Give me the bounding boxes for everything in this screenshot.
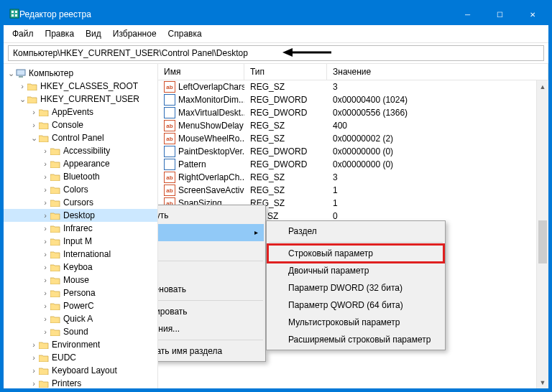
- tree-twisty-icon[interactable]: ›: [41, 224, 50, 233]
- tree-twisty-icon[interactable]: ›: [29, 121, 38, 129]
- context-item-развернуть[interactable]: Развернуть: [158, 207, 264, 224]
- tree-item-eudc[interactable]: ›EUDC: [4, 351, 157, 364]
- menubar: Файл Правка Вид Избранное Справка: [4, 25, 548, 43]
- context-item-удалить[interactable]: Удалить: [158, 263, 264, 281]
- tree-item-accessibility[interactable]: ›Accessibility: [4, 144, 157, 157]
- tree-item-quick-a[interactable]: ›Quick A: [4, 312, 157, 325]
- minimize-button[interactable]: ─: [451, 4, 484, 25]
- tree-twisty-icon[interactable]: ›: [41, 159, 50, 168]
- scroll-thumb[interactable]: [538, 220, 547, 263]
- menu-file[interactable]: Файл: [6, 27, 40, 41]
- submenu-item-расширяемый-строковый-параметр[interactable]: Расширяемый строковый параметр: [268, 331, 443, 348]
- tree-item-colors[interactable]: ›Colors: [4, 183, 157, 196]
- context-item-разрешения-[interactable]: Разрешения...: [158, 320, 264, 337]
- tree-twisty-icon[interactable]: ›: [29, 366, 38, 375]
- tree-twisty-icon[interactable]: ›: [41, 302, 50, 310]
- menu-edit[interactable]: Правка: [40, 27, 80, 41]
- column-type[interactable]: Тип: [244, 64, 327, 80]
- tree-twisty-icon[interactable]: ›: [18, 82, 27, 90]
- tree-twisty-icon[interactable]: ›: [41, 146, 50, 155]
- tree-twisty-icon[interactable]: ›: [41, 314, 50, 323]
- tree-twisty-icon[interactable]: ›: [41, 250, 50, 258]
- menu-favorites[interactable]: Избранное: [107, 27, 162, 41]
- tree-item-mouse[interactable]: ›Mouse: [4, 274, 157, 286]
- tree-twisty-icon[interactable]: ›: [41, 289, 50, 297]
- maximize-button[interactable]: ☐: [484, 4, 516, 25]
- tree-item-international[interactable]: ›International: [4, 248, 157, 261]
- menu-view[interactable]: Вид: [80, 27, 107, 41]
- tree-view[interactable]: ⌄Компьютер›HKEY_CLASSES_ROOT⌄HKEY_CURREN…: [4, 64, 158, 388]
- tree-twisty-icon[interactable]: ›: [41, 263, 50, 271]
- tree-item-infrarec[interactable]: ›Infrarec: [4, 222, 157, 235]
- column-value[interactable]: Значение: [327, 64, 548, 80]
- registry-value-row[interactable]: MouseWheelRo...REG_SZ0x00000002 (2): [158, 132, 536, 145]
- tree-item-label: Console: [52, 120, 83, 130]
- tree-hkcu[interactable]: ⌄HKEY_CURRENT_USER: [4, 93, 157, 106]
- registry-value-row[interactable]: RightOverlapCh...REG_SZ3: [158, 171, 536, 184]
- tree-twisty-icon[interactable]: ›: [41, 211, 50, 220]
- context-item-копировать-имя-раздела[interactable]: Копировать имя раздела: [158, 342, 264, 360]
- tree-twisty-icon[interactable]: ›: [41, 276, 50, 284]
- registry-value-row[interactable]: ScreenSaveActiveREG_SZ1: [158, 184, 536, 197]
- tree-item-powerc[interactable]: ›PowerC: [4, 299, 157, 312]
- tree-twisty-icon[interactable]: ›: [41, 237, 50, 246]
- titlebar[interactable]: Редактор реестра ─ ☐ ✕: [4, 4, 548, 25]
- tree-twisty-icon[interactable]: ›: [29, 353, 38, 362]
- tree-twisty-icon[interactable]: ›: [41, 185, 50, 194]
- tree-twisty-icon[interactable]: ›: [29, 108, 38, 116]
- tree-item-keyboard-layout[interactable]: ›Keyboard Layout: [4, 364, 157, 377]
- tree-twisty-icon[interactable]: ⌄: [18, 95, 27, 104]
- tree-item-bluetooth[interactable]: ›Bluetooth: [4, 170, 157, 183]
- scroll-down-button[interactable]: ▼: [537, 376, 548, 388]
- string-value-icon: [164, 172, 175, 183]
- tree-item-environment[interactable]: ›Environment: [4, 338, 157, 351]
- folder-icon: [38, 132, 50, 144]
- scroll-up-button[interactable]: ▲: [537, 80, 548, 93]
- tree-item-label: EUDC: [52, 353, 76, 363]
- registry-value-row[interactable]: LeftOverlapCharsREG_SZ3: [158, 80, 536, 93]
- column-name[interactable]: Имя: [158, 64, 244, 80]
- submenu-item-параметр-dword-32-бита-[interactable]: Параметр DWORD (32 бита): [268, 279, 443, 297]
- tree-item-keyboa[interactable]: ›Keyboa: [4, 261, 157, 274]
- address-input[interactable]: [8, 45, 544, 61]
- vertical-scrollbar[interactable]: ▲ ▼: [536, 80, 548, 388]
- registry-value-row[interactable]: PaintDesktopVer...REG_DWORD0x00000000 (0…: [158, 145, 536, 158]
- tree-item-sound[interactable]: ›Sound: [4, 325, 157, 338]
- tree-item-console[interactable]: ›Console: [4, 118, 157, 131]
- context-item-переименовать[interactable]: Переименовать: [158, 281, 264, 298]
- tree-twisty-icon[interactable]: ›: [41, 172, 50, 181]
- tree-item-persona[interactable]: ›Persona: [4, 286, 157, 299]
- submenu-item-параметр-qword-64-бита-[interactable]: Параметр QWORD (64 бита): [268, 297, 443, 314]
- tree-twisty-icon[interactable]: ›: [41, 198, 50, 207]
- tree-item-desktop[interactable]: ›Desktop: [4, 209, 157, 222]
- tree-item-label: HKEY_CURRENT_USER: [40, 94, 139, 104]
- tree-twisty-icon[interactable]: ⌄: [29, 134, 38, 143]
- tree-item-printers[interactable]: ›Printers: [4, 377, 157, 388]
- context-item-найти-[interactable]: Найти...: [158, 241, 264, 258]
- tree-twisty-icon[interactable]: ›: [29, 379, 38, 388]
- registry-value-row[interactable]: MaxVirtualDeskt...REG_DWORD0x00000556 (1…: [158, 106, 536, 119]
- registry-value-row[interactable]: MaxMonitorDim...REG_DWORD0x00000400 (102…: [158, 93, 536, 106]
- context-item-экспортировать[interactable]: Экспортировать: [158, 303, 264, 320]
- tree-hkcr[interactable]: ›HKEY_CLASSES_ROOT: [4, 80, 157, 93]
- context-item-создать[interactable]: Создать▸: [158, 224, 264, 241]
- tree-item-input-m[interactable]: ›Input M: [4, 235, 157, 248]
- close-button[interactable]: ✕: [516, 4, 548, 25]
- folder-icon: [27, 80, 38, 92]
- tree-twisty-icon[interactable]: ›: [29, 340, 38, 349]
- submenu-item-мультистроковый-параметр[interactable]: Мультистроковый параметр: [268, 314, 443, 331]
- registry-value-row[interactable]: PatternREG_DWORD0x00000000 (0): [158, 158, 536, 171]
- submenu-item-строковый-параметр[interactable]: Строковый параметр: [268, 245, 443, 262]
- tree-item-control-panel[interactable]: ⌄Control Panel: [4, 131, 157, 144]
- submenu-item-раздел[interactable]: Раздел: [268, 223, 443, 240]
- tree-root-computer[interactable]: ⌄Компьютер: [4, 67, 157, 80]
- submenu-item-двоичный-параметр[interactable]: Двоичный параметр: [268, 262, 443, 279]
- tree-item-appevents[interactable]: ›AppEvents: [4, 106, 157, 118]
- registry-value-row[interactable]: MenuShowDelayREG_SZ400: [158, 119, 536, 132]
- binary-value-icon: [164, 146, 175, 157]
- tree-twisty-icon[interactable]: ›: [41, 327, 50, 336]
- tree-item-appearance[interactable]: ›Appearance: [4, 157, 157, 170]
- menu-help[interactable]: Справка: [162, 27, 208, 41]
- tree-item-cursors[interactable]: ›Cursors: [4, 196, 157, 209]
- tree-twisty-icon[interactable]: ⌄: [6, 69, 15, 78]
